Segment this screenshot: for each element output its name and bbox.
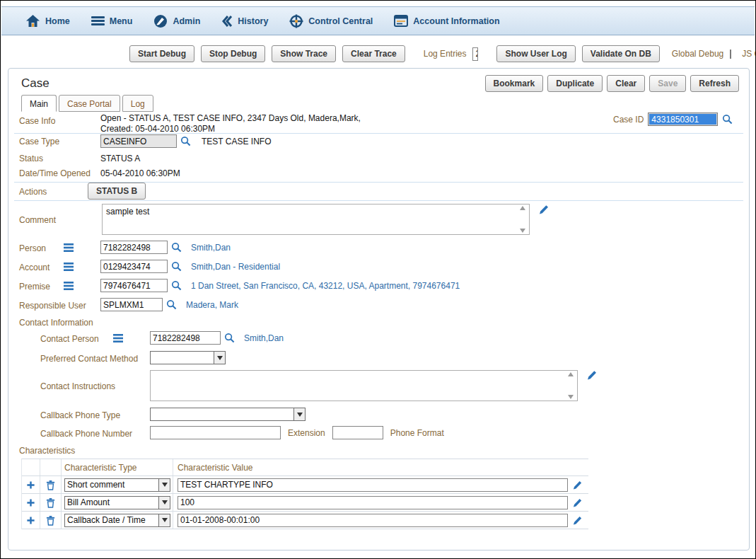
case-type-input[interactable]: CASEINFO: [100, 134, 177, 148]
add-row-icon[interactable]: [26, 480, 35, 490]
refresh-button[interactable]: Refresh: [690, 75, 739, 92]
account-search-icon[interactable]: [171, 261, 182, 272]
account-row: 0129423474 Smith,Dan - Residential: [100, 260, 280, 273]
save-button[interactable]: Save: [649, 75, 686, 92]
show-user-log-button[interactable]: Show User Log: [496, 45, 575, 62]
nav-admin[interactable]: Admin: [153, 14, 200, 28]
responsible-user-input[interactable]: SPLMXM1: [100, 298, 163, 311]
case-info-label: Case Info: [19, 116, 55, 126]
tab-log[interactable]: Log: [122, 95, 153, 112]
characteristic-edit-icon[interactable]: [572, 515, 583, 526]
contact-instructions-textarea[interactable]: [150, 370, 578, 401]
preferred-contact-method-select[interactable]: [150, 351, 226, 364]
responsible-user-search-icon[interactable]: [166, 299, 177, 310]
status-label: Status: [19, 154, 43, 163]
characteristic-edit-icon[interactable]: [572, 497, 583, 508]
characteristic-type-header: Characteristic Type: [64, 463, 137, 473]
case-id-search-icon[interactable]: [722, 114, 733, 125]
duplicate-button[interactable]: Duplicate: [547, 75, 603, 92]
contact-instructions-scroll-arrows[interactable]: [566, 372, 575, 399]
account-input[interactable]: 0129423474: [100, 260, 168, 273]
premise-search-icon[interactable]: [171, 280, 182, 291]
contact-person-context-menu-icon[interactable]: [113, 334, 123, 342]
chevron-down-icon: [158, 479, 170, 491]
account-information-icon: [394, 15, 408, 27]
divider: [14, 200, 743, 201]
actions-label: Actions: [19, 187, 47, 197]
comment-textarea[interactable]: sample test: [102, 204, 530, 235]
contact-person-input[interactable]: 7182282498: [150, 331, 221, 345]
global-debug-label: Global Debug: [672, 49, 723, 59]
add-row-icon[interactable]: [26, 498, 35, 507]
contact-person-row: 7182282498 Smith,Dan: [150, 331, 284, 345]
debug-toolbar: Start Debug Stop Debug Show Trace Clear …: [1, 43, 755, 64]
status-b-button[interactable]: STATUS B: [88, 183, 146, 200]
responsible-user-label: Responsible User: [19, 301, 86, 311]
contact-instructions-edit-icon[interactable]: [586, 369, 598, 381]
person-row: 7182282498 Smith,Dan: [100, 241, 231, 254]
contact-instructions-label: Contact Instructions: [40, 381, 115, 391]
global-debug-checkbox[interactable]: [730, 50, 731, 59]
delete-row-icon[interactable]: [46, 497, 55, 508]
tab-main[interactable]: Main: [21, 95, 57, 112]
top-navigation-bar: Home Menu Admin History Control Central: [1, 6, 755, 35]
contact-person-description: Smith,Dan: [244, 333, 284, 343]
show-trace-button[interactable]: Show Trace: [272, 45, 336, 62]
nav-menu[interactable]: Menu: [91, 16, 133, 26]
clear-button[interactable]: Clear: [607, 75, 645, 92]
delete-row-icon[interactable]: [46, 480, 55, 490]
status-value: STATUS A: [100, 154, 140, 163]
account-context-menu-icon[interactable]: [64, 263, 74, 271]
log-entries-input[interactable]: 200: [472, 47, 478, 61]
premise-context-menu-icon[interactable]: [64, 282, 74, 290]
nav-control-central[interactable]: Control Central: [289, 14, 373, 28]
stop-debug-button[interactable]: Stop Debug: [201, 45, 265, 62]
characteristic-value-input[interactable]: 100: [178, 496, 568, 509]
case-info-value: Open - STATUS A, TEST CASE INFO, 2347 Da…: [100, 113, 386, 134]
start-debug-button[interactable]: Start Debug: [129, 45, 194, 62]
characteristics-table: Characteristic Type Characteristic Value…: [21, 459, 588, 529]
characteristic-value-header: Characteristic Value: [178, 463, 253, 473]
characteristic-value-input[interactable]: 01-01-2008-00:01:00: [178, 514, 568, 527]
clear-trace-button[interactable]: Clear Trace: [342, 45, 405, 62]
characteristic-edit-icon[interactable]: [572, 480, 583, 490]
nav-account-information[interactable]: Account Information: [394, 15, 499, 27]
callback-phone-type-label: Callback Phone Type: [40, 410, 120, 420]
person-search-icon[interactable]: [171, 242, 182, 253]
characteristic-type-select[interactable]: Callback Date / Time: [64, 514, 170, 527]
characteristic-row: Bill Amount 100: [22, 494, 588, 512]
person-input[interactable]: 7182282498: [100, 241, 168, 254]
characteristic-value-input[interactable]: TEST CHARTYPE INFO: [178, 478, 568, 492]
validate-on-db-button[interactable]: Validate On DB: [582, 45, 660, 62]
case-type-label: Case Type: [19, 137, 59, 146]
premise-input[interactable]: 7974676471: [100, 279, 168, 292]
callback-phone-number-input[interactable]: [150, 426, 281, 439]
case-type-search-icon[interactable]: [180, 136, 191, 146]
home-icon: [25, 14, 40, 28]
nav-home[interactable]: Home: [25, 14, 70, 28]
case-id-input[interactable]: 4331850301: [648, 113, 718, 126]
case-type-row: CASEINFO TEST CASE INFO: [100, 134, 271, 148]
control-central-icon: [289, 14, 303, 28]
comment-edit-icon[interactable]: [538, 204, 549, 215]
add-row-icon[interactable]: [26, 516, 35, 525]
comment-scroll-arrows[interactable]: [518, 206, 527, 233]
contact-person-search-icon[interactable]: [224, 333, 235, 343]
nav-admin-label: Admin: [173, 16, 200, 26]
characteristic-type-select[interactable]: Short comment: [64, 478, 170, 492]
account-description: Smith,Dan - Residential: [191, 262, 280, 272]
nav-history[interactable]: History: [221, 15, 268, 28]
delete-row-icon[interactable]: [46, 515, 55, 526]
bookmark-button[interactable]: Bookmark: [485, 75, 544, 92]
responsible-user-row: SPLMXM1 Madera, Mark: [100, 298, 238, 311]
characteristic-type-select[interactable]: Bill Amount: [64, 496, 170, 509]
callback-phone-type-select[interactable]: [150, 408, 306, 421]
premise-description: 1 Dan Street, San Francisco, CA, 43212, …: [191, 281, 460, 291]
extension-input[interactable]: [332, 426, 383, 439]
admin-icon: [153, 14, 168, 28]
application-window: Home Menu Admin History Control Central: [0, 0, 756, 559]
chevron-down-icon: [158, 514, 170, 526]
responsible-user-description: Madera, Mark: [186, 300, 238, 310]
person-context-menu-icon[interactable]: [64, 243, 74, 252]
tab-case-portal[interactable]: Case Portal: [59, 95, 120, 112]
